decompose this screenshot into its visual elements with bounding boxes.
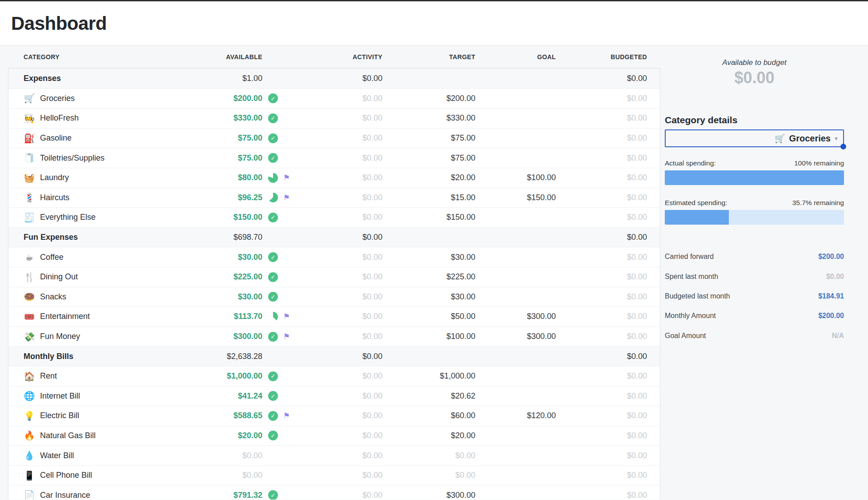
category-select[interactable]: 🛒 Groceries ▾	[665, 129, 844, 147]
category-row[interactable]: 🛒Groceries$200.00✓$0.00$200.00$0.00	[8, 89, 660, 109]
category-name-cell: Fun Expenses	[8, 233, 195, 242]
activity-amount: $0.00	[302, 153, 382, 163]
available-amount: $791.32	[195, 491, 262, 500]
stat-label: Goal Amount	[665, 332, 706, 340]
category-label: Gasoline	[40, 133, 72, 143]
category-row[interactable]: 🧾Everything Else$150.00✓$0.00$150.00$0.0…	[8, 207, 660, 227]
available-to-budget-value: $0.00	[665, 69, 844, 87]
category-row[interactable]: 💈Haircuts$96.25⚑$0.00$15.00$150.00$0.00	[8, 188, 660, 208]
funded-check-icon: ✓	[268, 113, 278, 123]
activity-amount: $0.00	[302, 391, 382, 401]
stat-value: N/A	[832, 332, 844, 340]
category-row[interactable]: 🧻Toiletries/Supplies$75.00✓$0.00$75.00$0…	[8, 148, 660, 168]
budgeted-amount: $0.00	[556, 292, 647, 302]
category-name-cell: 🧻Toiletries/Supplies	[8, 153, 195, 163]
target-amount: $60.00	[382, 411, 475, 420]
target-amount: $0.00	[382, 471, 475, 480]
category-row[interactable]: 🧺Laundry$80.00⚑$0.00$20.00$100.00$0.00	[8, 168, 660, 188]
category-label: HelloFresh	[40, 113, 79, 123]
status-icons: ⚑	[262, 173, 302, 183]
estimated-spending-bar	[665, 210, 844, 225]
target-amount: $20.00	[382, 431, 475, 440]
category-details-panel: Available to budget $0.00 Category detai…	[665, 46, 844, 346]
ticket-icon: 🎟️	[24, 312, 35, 321]
category-row[interactable]: 💡Electric Bill$588.65✓⚑$0.00$60.00$120.0…	[8, 406, 660, 426]
status-icons: ⚑	[262, 193, 302, 202]
target-amount: $1,000.00	[382, 371, 475, 381]
section-row[interactable]: Fun Expenses$698.70$0.00$0.00	[8, 227, 660, 247]
budgeted-amount: $0.00	[556, 133, 647, 143]
category-label: Toiletries/Supplies	[40, 153, 104, 163]
available-amount: $2,638.28	[195, 352, 262, 361]
doughnut-icon: 🍩	[24, 292, 35, 301]
category-row[interactable]: 🔥Natural Gas Bill$20.00✓$0.00$20.00$0.00	[8, 426, 660, 446]
stat-row: Budgeted last month$184.91	[665, 286, 844, 306]
category-label: Fun Expenses	[24, 233, 78, 242]
status-icons: ⚑	[262, 312, 302, 322]
page-title: Dashboard	[11, 13, 107, 34]
activity-amount: $0.00	[302, 352, 382, 361]
available-amount: $0.00	[195, 451, 262, 460]
section-row[interactable]: Monthly Bills$2,638.28$0.00$0.00	[8, 346, 660, 366]
target-amount: $100.00	[382, 332, 475, 341]
category-row[interactable]: 🏠Rent$1,000.00✓$0.00$1,000.00$0.00	[8, 366, 660, 386]
target-amount: $300.00	[382, 491, 475, 500]
category-row[interactable]: ☕Coffee$30.00✓$0.00$30.00$0.00	[8, 247, 660, 267]
column-header-available: AVAILABLE	[195, 53, 262, 60]
category-row[interactable]: 🌐Internet Bill$41.24✓$0.00$20.62$0.00	[8, 386, 660, 406]
budgeted-amount: $0.00	[556, 411, 647, 420]
target-amount: $50.00	[382, 312, 475, 321]
category-row[interactable]: 🧑‍🍳HelloFresh$330.00✓$0.00$330.00$0.00	[8, 108, 660, 128]
goal-flag-icon: ⚑	[283, 333, 290, 340]
status-icons: ✓	[262, 133, 302, 143]
category-label: Groceries	[40, 94, 75, 103]
category-row[interactable]: 📄Car Insurance$791.32✓$0.00$300.00$0.00	[8, 485, 660, 500]
chevron-down-icon: ▾	[835, 135, 838, 142]
column-header-budgeted: BUDGETED	[556, 53, 647, 60]
budgeted-amount: $0.00	[556, 74, 647, 83]
category-row[interactable]: 🍴Dining Out$225.00✓$0.00$225.00$0.00	[8, 267, 660, 287]
actual-spending-label: Actual spending:	[665, 159, 716, 167]
activity-amount: $0.00	[302, 371, 382, 381]
category-label: Expenses	[24, 74, 61, 83]
funded-check-icon: ✓	[268, 153, 278, 163]
budgeted-amount: $0.00	[556, 352, 647, 361]
target-amount: $20.00	[382, 173, 475, 182]
budgeted-amount: $0.00	[556, 312, 647, 321]
goal-amount: $300.00	[475, 312, 556, 321]
available-amount: $75.00	[195, 153, 262, 163]
column-header-goal: GOAL	[475, 53, 556, 60]
fire-icon: 🔥	[24, 431, 35, 440]
actual-spending-header: Actual spending: 100% remaining	[665, 159, 844, 167]
status-icons: ✓	[262, 391, 302, 401]
section-row[interactable]: Expenses$1.00$0.00$0.00	[8, 69, 660, 89]
category-row[interactable]: 🎟️Entertainment$113.70⚑$0.00$50.00$300.0…	[8, 306, 660, 327]
budgeted-amount: $0.00	[556, 431, 647, 440]
category-row[interactable]: 💧Water Bill$0.00$0.00$0.00$0.00	[8, 445, 660, 465]
status-icons: ✓	[262, 93, 302, 103]
budgeted-amount: $0.00	[556, 491, 647, 500]
available-amount: $30.00	[195, 292, 262, 302]
activity-amount: $0.00	[302, 94, 382, 103]
laundry-basket-icon: 🧺	[24, 173, 35, 182]
goal-flag-icon: ⚑	[283, 194, 290, 202]
category-row[interactable]: 💸Fun Money$300.00✓⚑$0.00$100.00$300.00$0…	[8, 327, 660, 347]
category-row[interactable]: 🍩Snacks$30.00✓$0.00$30.00$0.00	[8, 287, 660, 307]
category-row[interactable]: ⛽Gasoline$75.00✓$0.00$75.00$0.00	[8, 128, 660, 148]
receipt-icon: 🧾	[24, 213, 35, 222]
stat-row: Monthly Amount$200.00	[665, 306, 844, 326]
funded-check-icon: ✓	[268, 332, 278, 342]
fuel-pump-icon: ⛽	[24, 134, 35, 143]
funded-check-icon: ✓	[268, 292, 278, 302]
status-icons: ✓⚑	[262, 411, 302, 421]
available-to-budget-label: Available to budget	[665, 58, 844, 67]
budget-table: CATEGORY AVAILABLE ACTIVITY TARGET GOAL …	[8, 46, 660, 500]
target-amount: $225.00	[382, 272, 475, 282]
stat-label: Spent last month	[665, 273, 718, 281]
activity-amount: $0.00	[302, 451, 382, 460]
category-name-cell: 🧑‍🍳HelloFresh	[8, 113, 195, 123]
toilet-paper-icon: 🧻	[24, 153, 35, 162]
category-label: Monthly Bills	[24, 352, 73, 361]
document-icon: 📄	[24, 491, 35, 500]
category-row[interactable]: 📱Cell Phone Bill$0.00$0.00$0.00$0.00	[8, 465, 660, 485]
